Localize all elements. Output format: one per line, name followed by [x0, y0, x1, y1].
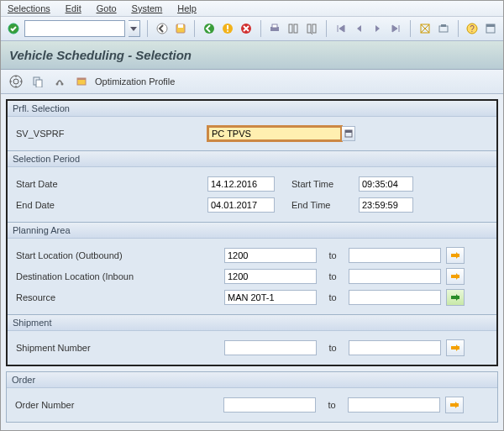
resource-low-input[interactable]	[224, 290, 317, 305]
get-variant-icon[interactable]	[29, 73, 46, 90]
svg-rect-13	[312, 24, 316, 33]
svg-rect-9	[272, 24, 277, 28]
svg-rect-12	[307, 24, 311, 33]
end-date-input[interactable]	[207, 197, 275, 213]
next-page-icon[interactable]	[370, 20, 385, 37]
group-title-prfl: Prfl. Selection	[8, 101, 496, 117]
group-title-planning: Planning Area	[8, 223, 496, 239]
separator	[194, 20, 195, 37]
start-location-multi-icon[interactable]	[446, 247, 465, 264]
dest-location-multi-icon[interactable]	[446, 268, 465, 285]
last-page-icon[interactable]	[388, 20, 403, 37]
sv-vsprf-input[interactable]	[207, 126, 342, 141]
svg-rect-24	[36, 80, 42, 87]
sv-vsprf-label: SV_VSPRF	[14, 129, 165, 139]
group-order: Order Order Number to	[6, 371, 498, 423]
svg-rect-30	[345, 130, 352, 133]
optimization-profile-label[interactable]: Optimization Profile	[95, 76, 175, 87]
to-label: to	[322, 250, 344, 260]
order-number-label: Order Number	[13, 400, 181, 410]
svg-point-21	[10, 76, 22, 87]
svg-point-26	[61, 83, 64, 86]
back-green-icon[interactable]	[202, 20, 217, 37]
group-selection-period: Selection Period Start Date Start Time E…	[8, 151, 496, 223]
command-field[interactable]	[24, 20, 125, 37]
sv-vsprf-valuehelp-icon[interactable]	[342, 126, 355, 141]
start-location-label: Start Location (Outbound)	[14, 250, 182, 260]
dest-location-label: Destination Location (Inboun	[14, 271, 182, 281]
svg-rect-16	[441, 24, 446, 27]
svg-rect-20	[486, 24, 495, 27]
svg-text:?: ?	[470, 24, 475, 34]
order-high-input[interactable]	[348, 397, 440, 413]
svg-rect-11	[294, 24, 297, 33]
svg-point-25	[56, 83, 59, 86]
group-planning-area: Planning Area Start Location (Outbound) …	[8, 223, 496, 315]
resource-high-input[interactable]	[349, 290, 441, 305]
group-title-shipment: Shipment	[8, 315, 496, 331]
find-icon[interactable]	[286, 20, 301, 37]
svg-rect-15	[439, 26, 448, 32]
start-date-input[interactable]	[207, 176, 275, 192]
start-date-label: Start Date	[14, 179, 165, 189]
cancel-icon[interactable]	[239, 20, 254, 37]
separator	[326, 20, 327, 37]
print-icon[interactable]	[268, 20, 283, 37]
menubar: Selections Edit Goto System Help	[1, 1, 503, 17]
menu-edit[interactable]: Edit	[66, 3, 81, 13]
menu-help[interactable]: Help	[177, 3, 197, 13]
shipment-low-input[interactable]	[224, 340, 317, 355]
separator	[260, 20, 261, 37]
start-location-low-input[interactable]	[224, 248, 317, 263]
app-toolbar: Optimization Profile	[1, 70, 503, 94]
new-session-icon[interactable]	[417, 20, 433, 37]
separator	[410, 20, 411, 37]
start-time-input[interactable]	[359, 176, 413, 192]
execute-icon[interactable]	[8, 73, 24, 90]
layout-icon[interactable]	[483, 20, 498, 37]
selection-options-icon[interactable]	[51, 73, 68, 90]
group-shipment: Shipment Shipment Number to	[8, 315, 496, 365]
shipment-high-input[interactable]	[349, 340, 441, 355]
order-low-input[interactable]	[223, 397, 316, 413]
end-time-input[interactable]	[359, 197, 413, 213]
shortcut-icon[interactable]	[436, 20, 451, 37]
start-location-high-input[interactable]	[349, 248, 441, 263]
menu-goto[interactable]: Goto	[97, 3, 117, 13]
shipment-multi-icon[interactable]	[446, 339, 465, 356]
end-time-label: End Time	[291, 200, 359, 210]
first-page-icon[interactable]	[333, 20, 349, 37]
page-title: Vehicle Scheduling - Selection	[1, 41, 503, 70]
svg-rect-28	[77, 78, 86, 80]
help-icon[interactable]: ?	[465, 20, 480, 37]
to-label: to	[322, 271, 344, 281]
resource-label: Resource	[14, 292, 182, 302]
end-date-label: End Date	[14, 200, 165, 210]
optimization-profile-icon[interactable]	[73, 73, 90, 90]
svg-rect-10	[289, 24, 292, 33]
prev-page-icon[interactable]	[352, 20, 367, 37]
save-icon[interactable]	[173, 20, 188, 37]
to-label: to	[321, 400, 343, 410]
svg-rect-3	[178, 24, 183, 28]
content-area: Prfl. Selection SV_VSPRF Selection Perio…	[1, 94, 503, 431]
menu-system[interactable]: System	[132, 3, 163, 13]
enter-icon[interactable]	[6, 20, 21, 37]
standard-toolbar: ?	[1, 17, 503, 41]
svg-point-6	[227, 30, 228, 32]
command-dropdown-icon[interactable]	[129, 20, 140, 37]
shipment-number-label: Shipment Number	[14, 343, 182, 353]
highlighted-selection-box: Prfl. Selection SV_VSPRF Selection Perio…	[6, 99, 498, 366]
order-multi-icon[interactable]	[445, 397, 464, 413]
separator	[458, 20, 459, 37]
dest-location-high-input[interactable]	[349, 269, 441, 284]
menu-selections[interactable]: Selections	[8, 3, 50, 13]
exit-icon[interactable]	[220, 20, 235, 37]
find-next-icon[interactable]	[304, 20, 319, 37]
back-icon[interactable]	[155, 20, 170, 37]
dest-location-low-input[interactable]	[224, 269, 317, 284]
resource-multi-icon[interactable]	[446, 289, 465, 306]
group-title-period: Selection Period	[8, 151, 496, 167]
separator	[147, 20, 148, 37]
to-label: to	[322, 292, 344, 302]
